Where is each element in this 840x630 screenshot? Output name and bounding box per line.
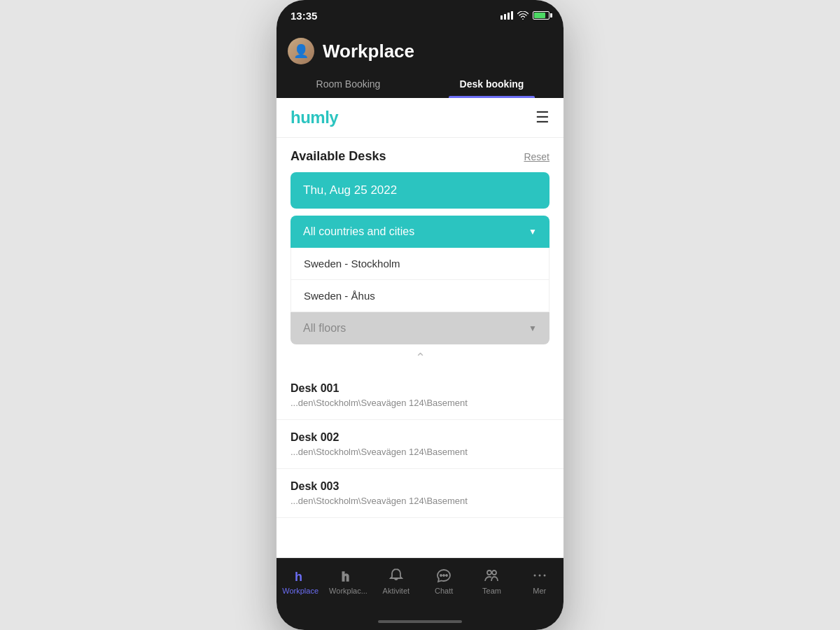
home-bar (378, 620, 462, 623)
nav-item-chatt[interactable]: Chatt (420, 564, 468, 598)
dropdown-arrow-icon: ▼ (528, 227, 537, 237)
svg-point-12 (538, 575, 540, 577)
collapse-arrow[interactable]: ⌃ (276, 344, 564, 371)
team-icon (483, 567, 500, 584)
section-title: Available Desks (290, 149, 386, 164)
location-dropdown-selected[interactable]: All countries and cities ▼ (290, 216, 550, 248)
h-icon: h (292, 567, 309, 584)
main-content: humly ☰ Available Desks Reset Thu, Aug 2… (276, 98, 564, 558)
section-header: Available Desks Reset (276, 138, 564, 172)
nav-item-team[interactable]: Team (468, 564, 515, 598)
svg-point-9 (487, 570, 491, 575)
nav-label-workplace: Workplace (282, 587, 318, 595)
home-indicator (276, 616, 564, 630)
desk-location: ...den\Stockholm\Sveavägen 124\Basement (290, 447, 550, 457)
date-value: Thu, Aug 25 2022 (303, 183, 397, 197)
floors-selected-value: All floors (303, 322, 346, 335)
svg-rect-1 (504, 14, 506, 20)
svg-rect-2 (507, 13, 510, 20)
location-selected-value: All countries and cities (303, 225, 414, 238)
nav-item-workplac[interactable]: h Workplac... (324, 564, 372, 598)
nav-label-team: Team (482, 587, 501, 595)
svg-point-8 (446, 575, 447, 576)
app-header: 👤 Workplace (276, 31, 564, 71)
desk-item[interactable]: Desk 001 ...den\Stockholm\Sveavägen 124\… (276, 371, 564, 420)
tab-room-booking[interactable]: Room Booking (276, 71, 420, 98)
more-icon (531, 567, 548, 584)
battery-fill (534, 13, 545, 18)
nav-label-chatt: Chatt (435, 587, 453, 595)
nav-item-mer[interactable]: Mer (516, 564, 564, 598)
avatar-image: 👤 (288, 38, 314, 64)
nav-label-workplac: Workplac... (329, 587, 368, 595)
logo-bar: humly ☰ (276, 98, 564, 138)
floors-dropdown[interactable]: All floors ▼ (290, 312, 550, 344)
svg-point-10 (492, 570, 496, 575)
desk-name: Desk 002 (290, 431, 550, 444)
signal-icon (500, 11, 513, 20)
page-content: Available Desks Reset Thu, Aug 25 2022 A… (276, 138, 564, 558)
svg-point-13 (543, 575, 545, 577)
wifi-icon (517, 11, 528, 20)
svg-rect-0 (500, 15, 503, 20)
desk-location: ...den\Stockholm\Sveavägen 124\Basement (290, 496, 550, 506)
svg-point-7 (443, 575, 444, 576)
building-icon: h (340, 567, 356, 584)
bell-icon (388, 567, 405, 584)
nav-label-mer: Mer (533, 587, 546, 595)
nav-label-aktivitet: Aktivitet (383, 587, 410, 595)
humly-logo: humly (290, 108, 338, 127)
date-selector[interactable]: Thu, Aug 25 2022 (290, 172, 550, 209)
desk-location: ...den\Stockholm\Sveavägen 124\Basement (290, 398, 550, 408)
desk-list: Desk 001 ...den\Stockholm\Sveavägen 124\… (276, 371, 564, 518)
nav-item-aktivitet[interactable]: Aktivitet (372, 564, 420, 598)
nav-item-workplace[interactable]: h Workplace (276, 564, 324, 598)
bottom-nav: h Workplace h Workplac... Aktivitet (276, 558, 564, 616)
location-dropdown[interactable]: All countries and cities ▼ Sweden - Stoc… (290, 216, 550, 312)
avatar: 👤 (288, 38, 314, 64)
tab-desk-booking[interactable]: Desk booking (420, 71, 564, 98)
status-icons (500, 11, 550, 20)
svg-text:h: h (295, 570, 302, 584)
hamburger-menu-button[interactable]: ☰ (536, 110, 550, 125)
reset-button[interactable]: Reset (524, 151, 550, 162)
status-time: 13:35 (290, 10, 317, 22)
app-title: Workplace (323, 41, 552, 62)
svg-text:h: h (342, 570, 349, 584)
svg-rect-3 (511, 11, 513, 20)
svg-point-6 (440, 575, 442, 576)
floors-dropdown-arrow-icon: ▼ (528, 323, 537, 333)
chat-icon (435, 567, 452, 584)
location-dropdown-options: Sweden - Stockholm Sweden - Åhus (290, 248, 550, 312)
desk-name: Desk 001 (290, 382, 550, 395)
status-bar: 13:35 (276, 0, 564, 31)
desk-item[interactable]: Desk 002 ...den\Stockholm\Sveavägen 124\… (276, 420, 564, 469)
desk-name: Desk 003 (290, 480, 550, 493)
location-option-ahus[interactable]: Sweden - Åhus (291, 280, 549, 312)
phone-frame: 13:35 👤 Workpla (276, 0, 564, 630)
location-option-stockholm[interactable]: Sweden - Stockholm (291, 248, 549, 280)
desk-item[interactable]: Desk 003 ...den\Stockholm\Sveavägen 124\… (276, 469, 564, 518)
svg-point-11 (533, 575, 536, 577)
floors-dropdown-selected[interactable]: All floors ▼ (290, 312, 550, 344)
battery-icon (533, 11, 550, 20)
tab-bar: Room Booking Desk booking (276, 71, 564, 98)
